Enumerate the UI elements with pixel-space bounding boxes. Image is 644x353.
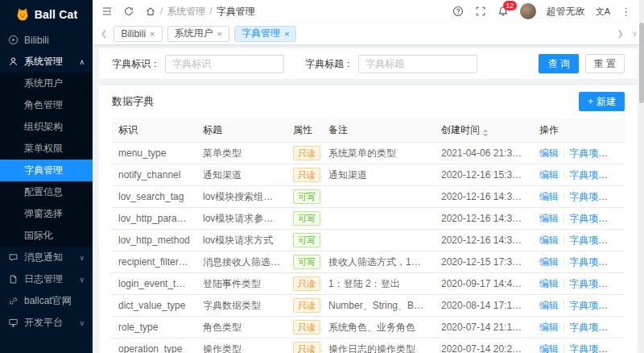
edit-link[interactable]: 编辑 <box>539 278 559 289</box>
sidebar-item-popup-select[interactable]: 弹窗选择 <box>0 203 93 225</box>
dict-remark: 接收人筛选方式，1：全部 2：用户角色 3... <box>322 251 435 273</box>
sidebar-item-config-info[interactable]: 配置信息 <box>0 181 93 203</box>
attr-tag: 可写 <box>293 211 320 226</box>
dict-code: lov_http_params_position <box>112 208 196 230</box>
dict-items-link[interactable]: 字典项 <box>569 213 608 224</box>
edit-link[interactable]: 编辑 <box>539 256 559 268</box>
edit-link[interactable]: 编辑 <box>539 191 559 202</box>
user-icon <box>8 56 19 67</box>
home-icon[interactable] <box>144 6 156 18</box>
table-row: lov_http_method lov模块请求方式 可写 2020-12-16 … <box>112 230 625 251</box>
sidebar-item-organization[interactable]: 组织架构 <box>0 116 93 138</box>
dict-items-link[interactable]: 字典项 <box>569 256 608 268</box>
dict-title: 字典数据类型 <box>196 295 287 317</box>
translate-icon[interactable]: 文A <box>596 6 610 18</box>
delete-link[interactable]: 删除 <box>609 300 625 311</box>
dict-items-link[interactable]: 字典项 <box>569 343 608 353</box>
table-row: notify_channel 通知渠道 只读 通知渠道 2020-12-16 1… <box>112 164 625 186</box>
dict-code: dict_value_type <box>112 295 196 317</box>
dict-title-input[interactable] <box>358 55 477 73</box>
notifications-bell-icon[interactable]: 12 <box>497 6 510 18</box>
tab-bilibili[interactable]: Bilibili <box>114 26 162 42</box>
avatar[interactable] <box>520 3 536 19</box>
sidebar-item-system-users[interactable]: 系统用户 <box>0 73 93 94</box>
dict-code-input[interactable] <box>165 55 284 73</box>
sidebar-item-role-management[interactable]: 角色管理 <box>0 94 93 116</box>
delete-link[interactable]: 删除 <box>609 322 625 333</box>
delete-link[interactable]: 删除 <box>609 147 625 159</box>
delete-link[interactable]: 删除 <box>609 343 625 353</box>
sidebar-item-dev-platform[interactable]: 开发平台 ∨ <box>0 312 93 334</box>
help-icon[interactable] <box>452 6 464 18</box>
dict-items-link[interactable]: 字典项 <box>569 322 608 333</box>
dict-items-link[interactable]: 字典项 <box>569 278 608 289</box>
sidebar-item-log-management[interactable]: 日志管理 ∨ <box>0 268 93 290</box>
topbar: 系统管理 字典管理 12 超管无敌 文A ⋮ <box>93 0 644 23</box>
divider <box>564 301 564 309</box>
close-icon[interactable] <box>284 28 289 39</box>
sidebar-item-message-notify[interactable]: 消息通知 ∨ <box>0 247 93 268</box>
tabs-scroll-left-icon[interactable]: ❮ <box>99 29 109 38</box>
dict-items-link[interactable]: 字典项 <box>569 300 608 311</box>
edit-link[interactable]: 编辑 <box>539 147 559 159</box>
sort-icon[interactable] <box>483 129 488 137</box>
dict-items-link[interactable]: 字典项 <box>569 235 608 246</box>
sidebar-item-system-management[interactable]: 系统管理 ∧ <box>0 51 93 73</box>
username[interactable]: 超管无敌 <box>547 5 585 19</box>
tabs-dropdown-icon[interactable]: ∨ <box>632 29 638 38</box>
delete-link[interactable]: 删除 <box>609 278 625 289</box>
query-button[interactable]: 查 询 <box>539 54 578 73</box>
dict-items-link[interactable]: 字典项 <box>569 169 608 181</box>
tab-system-users[interactable]: 系统用户 <box>167 26 229 42</box>
edit-link[interactable]: 编辑 <box>539 322 559 333</box>
play-circle-icon <box>8 35 19 45</box>
reset-button[interactable]: 重 置 <box>585 54 625 73</box>
more-menu-icon[interactable]: ⋮ <box>621 6 631 18</box>
delete-link[interactable]: 删除 <box>609 256 625 268</box>
sidebar-item-menu-permissions[interactable]: 菜单权限 <box>0 138 93 160</box>
edit-link[interactable]: 编辑 <box>539 343 559 353</box>
dict-remark <box>322 208 435 230</box>
close-icon[interactable] <box>217 28 222 39</box>
field-label: 字典标识： <box>112 57 160 71</box>
dict-items-link[interactable]: 字典项 <box>569 191 608 202</box>
delete-link[interactable]: 删除 <box>609 213 625 224</box>
sidebar-item-ballcat-site[interactable]: ballcat官网 <box>0 290 93 312</box>
system-submenu: 系统用户 角色管理 组织架构 菜单权限 字典管理 配置信息 弹窗选择 国际化 <box>0 73 93 247</box>
page-content: 字典标识： 字典标题： 查 询 重 置 数据字典 新建 <box>93 44 644 353</box>
edit-link[interactable]: 编辑 <box>539 300 559 311</box>
tabs-scroll-right-icon[interactable]: ❯ <box>617 29 623 38</box>
fullscreen-icon[interactable] <box>475 6 487 18</box>
col-header-attr: 属性 <box>287 118 322 143</box>
logo[interactable]: Ball Cat <box>0 0 93 29</box>
close-icon[interactable] <box>150 28 155 39</box>
edit-link[interactable]: 编辑 <box>539 235 559 246</box>
menu-fold-icon[interactable] <box>101 6 113 18</box>
create-button[interactable]: 新建 <box>579 92 625 111</box>
delete-link[interactable]: 删除 <box>609 191 625 202</box>
scrollbar-thumb[interactable] <box>639 23 644 103</box>
tab-dict-management[interactable]: 字典管理 <box>234 26 296 42</box>
tabbar: ❮ Bilibili 系统用户 字典管理 ❯ ∨ <box>93 23 644 44</box>
divider <box>564 214 564 222</box>
sidebar-item-i18n[interactable]: 国际化 <box>0 225 93 247</box>
table-row: lov_http_params_position lov模块请求参数位置 可写 … <box>112 208 625 230</box>
edit-link[interactable]: 编辑 <box>539 213 559 224</box>
divider <box>564 170 564 179</box>
col-header-created[interactable]: 创建时间 <box>435 118 533 143</box>
delete-link[interactable]: 删除 <box>609 235 625 246</box>
sidebar-item-bilibili[interactable]: Bilibili <box>0 29 93 51</box>
created-time: 2021-04-06 21:39:45 <box>435 143 533 164</box>
divider <box>564 148 564 157</box>
reload-icon[interactable] <box>122 6 134 18</box>
scrollbar-track[interactable] <box>639 0 644 353</box>
breadcrumb-item[interactable]: 系统管理 <box>167 5 205 19</box>
edit-link[interactable]: 编辑 <box>539 169 559 181</box>
dict-items-link[interactable]: 字典项 <box>569 147 608 159</box>
notification-badge: 12 <box>503 1 517 10</box>
sidebar-item-dict-management[interactable]: 字典管理 <box>0 160 93 181</box>
delete-link[interactable]: 删除 <box>609 169 625 181</box>
divider <box>564 192 564 201</box>
dict-title: 菜单类型 <box>196 143 287 164</box>
app-title: Ball Cat <box>35 8 78 21</box>
